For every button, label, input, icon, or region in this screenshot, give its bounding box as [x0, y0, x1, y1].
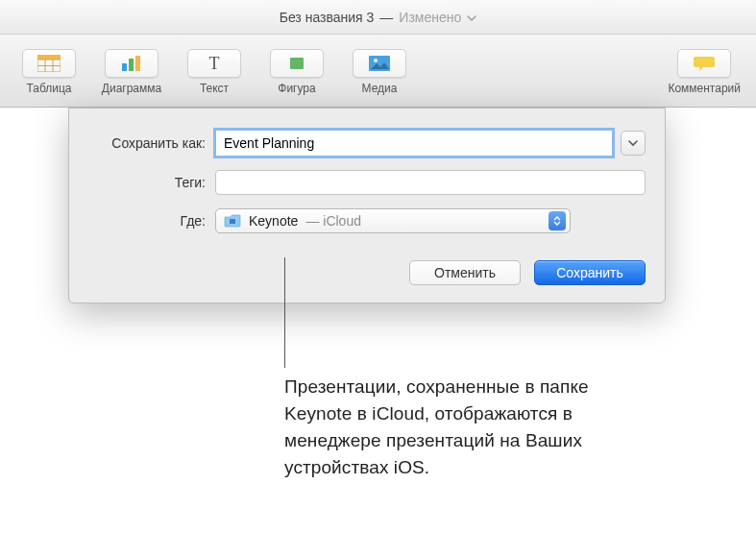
cancel-button-label: Отменить — [434, 265, 496, 280]
toolbar-label: Таблица — [26, 82, 71, 95]
callout-text: Презентации, сохраненные в папке Keynote… — [284, 374, 661, 481]
cancel-button[interactable]: Отменить — [409, 260, 521, 285]
row-save-as: Сохранить как: — [88, 130, 646, 157]
where-popup[interactable]: Keynote — iCloud — [215, 208, 571, 233]
toolbar-label: Фигура — [278, 82, 315, 95]
save-button[interactable]: Сохранить — [534, 260, 646, 285]
window-status: Изменено — [399, 10, 461, 25]
where-value: Keynote — [249, 213, 298, 229]
row-tags: Теги: — [88, 170, 646, 195]
toolbar-label: Комментарий — [668, 82, 741, 95]
table-icon — [22, 49, 76, 78]
where-sub: — iCloud — [305, 213, 541, 229]
button-row: Отменить Сохранить — [88, 260, 646, 285]
toolbar-label: Медиа — [362, 82, 398, 95]
svg-text:T: T — [209, 55, 220, 72]
app-window: Без названия 3 — Изменено Таблица — [0, 0, 756, 108]
window-title-group[interactable]: Без названия 3 — Изменено — [280, 10, 477, 25]
shape-icon — [270, 49, 324, 78]
toolbar: Таблица Диаграмма T Текст — [0, 35, 756, 108]
toolbar-media[interactable]: Медиа — [340, 45, 419, 97]
comment-icon — [677, 49, 731, 78]
svg-rect-6 — [129, 59, 134, 71]
toolbar-comment[interactable]: Комментарий — [662, 45, 746, 97]
save-as-label: Сохранить как: — [88, 135, 215, 151]
tags-input[interactable] — [215, 170, 646, 195]
svg-rect-0 — [37, 55, 61, 60]
text-icon: T — [187, 49, 241, 78]
svg-rect-5 — [122, 63, 127, 71]
svg-rect-12 — [230, 219, 235, 224]
keynote-folder-icon — [224, 214, 241, 228]
toolbar-chart[interactable]: Диаграмма — [92, 45, 171, 97]
toolbar-table[interactable]: Таблица — [10, 45, 88, 97]
where-label: Где: — [88, 213, 215, 229]
save-as-input[interactable] — [215, 130, 613, 157]
save-sheet: Сохранить как: Теги: Где: Keynote — iClo… — [68, 108, 666, 303]
toolbar-shape[interactable]: Фигура — [257, 45, 336, 97]
window-title: Без названия 3 — [280, 10, 375, 25]
toolbar-label: Диаграмма — [102, 82, 161, 95]
row-where: Где: Keynote — iCloud — [88, 208, 646, 233]
expand-sheet-button[interactable] — [621, 131, 646, 156]
popup-arrows-icon — [549, 211, 566, 230]
toolbar-text[interactable]: T Текст — [175, 45, 254, 97]
tags-label: Теги: — [88, 175, 215, 190]
svg-rect-7 — [135, 56, 140, 71]
toolbar-label: Текст — [200, 82, 229, 95]
save-button-label: Сохранить — [556, 265, 623, 280]
chart-icon — [105, 49, 159, 78]
svg-point-11 — [374, 59, 378, 62]
titlebar: Без названия 3 — Изменено — [0, 0, 756, 35]
callout-leader-line — [284, 257, 285, 368]
svg-rect-9 — [290, 58, 304, 69]
media-icon — [353, 49, 406, 78]
chevron-down-icon[interactable] — [467, 12, 476, 23]
window-status-separator: — — [379, 10, 393, 25]
chevron-down-icon — [627, 139, 639, 147]
